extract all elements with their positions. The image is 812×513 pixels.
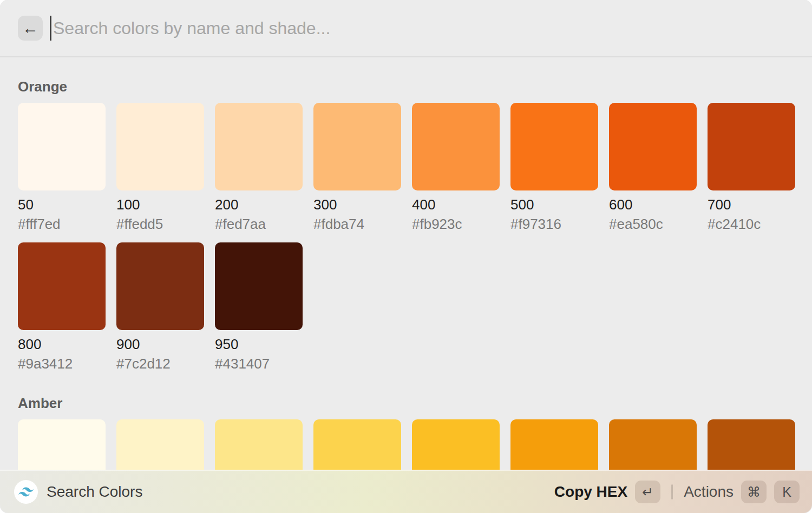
- tailwind-logo-icon: [18, 487, 34, 497]
- back-button[interactable]: ←: [18, 16, 43, 41]
- search-field-wrap: [50, 16, 794, 41]
- swatch-shade-label: 700: [708, 197, 795, 212]
- swatch-cell: 800 #9a3412: [18, 242, 106, 371]
- back-arrow-icon: ←: [22, 20, 38, 36]
- swatch-tile[interactable]: [609, 103, 697, 190]
- actions-menu-action[interactable]: Actions ⌘ K: [684, 481, 800, 503]
- swatch-cell: 950 #431407: [215, 242, 303, 371]
- swatch-hex-label: #fff7ed: [18, 216, 106, 232]
- swatch-tile[interactable]: [18, 103, 106, 190]
- swatch-tile[interactable]: [412, 103, 500, 190]
- swatch-hex-label: #ffedd5: [116, 216, 204, 232]
- swatch-hex-label: #c2410c: [708, 216, 795, 232]
- swatch-tile[interactable]: [18, 242, 106, 330]
- footer-app-title: Search Colors: [47, 483, 142, 501]
- launcher-window: ← Orange 50 #fff7ed 100 #ffedd5 200 #fed…: [0, 0, 812, 513]
- swatch-cell: 200 #fed7aa: [215, 103, 303, 232]
- swatch-hex-label: #f97316: [510, 216, 598, 232]
- actions-label: Actions: [684, 483, 734, 501]
- k-key-badge: K: [774, 481, 800, 503]
- swatch-hex-label: #431407: [215, 356, 303, 371]
- swatch-shade-label: 800: [18, 337, 106, 352]
- swatch-cell: 600 #ea580c: [609, 103, 697, 232]
- swatch-shade-label: 900: [116, 337, 204, 352]
- copy-hex-action[interactable]: Copy HEX ↵: [554, 481, 660, 503]
- swatch-hex-label: #fdba74: [313, 216, 401, 232]
- swatch-tile[interactable]: [116, 242, 204, 330]
- swatch-tile[interactable]: [215, 242, 303, 330]
- app-icon: [14, 480, 38, 504]
- swatch-hex-label: #9a3412: [18, 356, 106, 371]
- swatch-cell: 700 #c2410c: [708, 103, 795, 232]
- swatch-cell: 100 #ffedd5: [116, 103, 204, 232]
- swatch-tile[interactable]: [215, 103, 303, 190]
- color-grid-content[interactable]: Orange 50 #fff7ed 100 #ffedd5 200 #fed7a…: [0, 58, 812, 513]
- footer-bar: Search Colors Copy HEX ↵ Actions ⌘ K: [0, 470, 812, 513]
- swatch-tile[interactable]: [313, 103, 401, 190]
- search-input[interactable]: [53, 18, 794, 38]
- section-title: Amber: [18, 396, 794, 411]
- color-section: Orange 50 #fff7ed 100 #ffedd5 200 #fed7a…: [18, 79, 794, 371]
- section-title: Orange: [18, 79, 794, 94]
- search-bar: ←: [0, 0, 812, 57]
- swatch-cell: 50 #fff7ed: [18, 103, 106, 232]
- swatch-tile[interactable]: [116, 103, 204, 190]
- swatch-shade-label: 50: [18, 197, 106, 212]
- swatch-hex-label: #fed7aa: [215, 216, 303, 232]
- swatch-shade-label: 600: [609, 197, 697, 212]
- swatch-shade-label: 200: [215, 197, 303, 212]
- swatch-cell: 400 #fb923c: [412, 103, 500, 232]
- text-caret: [50, 16, 51, 41]
- swatch-cell: 300 #fdba74: [313, 103, 401, 232]
- copy-hex-label: Copy HEX: [554, 483, 627, 501]
- swatch-shade-label: 500: [510, 197, 598, 212]
- swatch-shade-label: 950: [215, 337, 303, 352]
- swatch-hex-label: #ea580c: [609, 216, 697, 232]
- swatch-tile[interactable]: [510, 103, 598, 190]
- swatch-cell: 900 #7c2d12: [116, 242, 204, 371]
- command-key-badge: ⌘: [741, 481, 767, 503]
- swatch-grid: 50 #fff7ed 100 #ffedd5 200 #fed7aa 300 #…: [18, 103, 794, 371]
- swatch-shade-label: 300: [313, 197, 401, 212]
- footer-divider: [671, 484, 673, 499]
- return-key-badge: ↵: [635, 481, 660, 503]
- swatch-cell: 500 #f97316: [510, 103, 598, 232]
- swatch-tile[interactable]: [708, 103, 795, 190]
- swatch-shade-label: 400: [412, 197, 500, 212]
- swatch-hex-label: #fb923c: [412, 216, 500, 232]
- swatch-hex-label: #7c2d12: [116, 356, 204, 371]
- swatch-shade-label: 100: [116, 197, 204, 212]
